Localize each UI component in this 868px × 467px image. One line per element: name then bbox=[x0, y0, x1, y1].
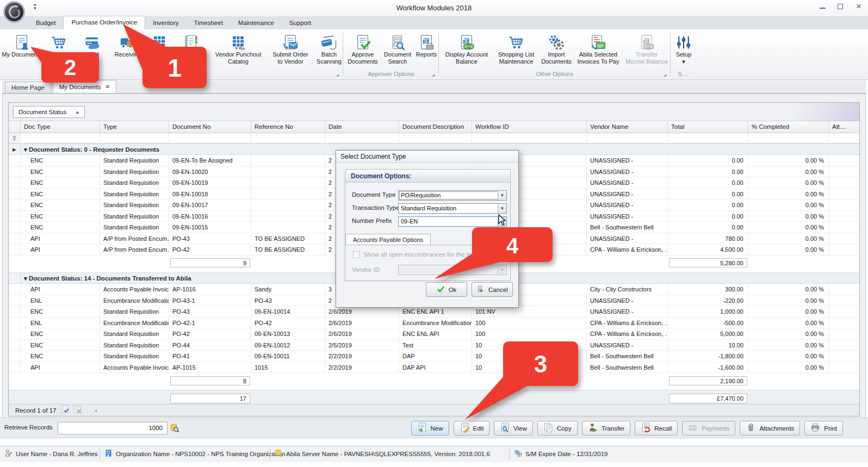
grid-cell: 0.00 % bbox=[748, 244, 829, 256]
filter-cell[interactable] bbox=[169, 133, 251, 144]
grid-cell bbox=[829, 317, 860, 329]
hide-grid-icon[interactable] bbox=[73, 405, 82, 415]
ribbon-tab-support[interactable]: Support bbox=[282, 17, 319, 29]
retrieve-records-input[interactable]: 1000 bbox=[58, 422, 168, 434]
button-label: Payments bbox=[702, 425, 729, 432]
filter-cell[interactable] bbox=[748, 133, 829, 144]
button-label: Recall bbox=[654, 425, 672, 432]
ribbon-button-batch-scanning[interactable]: BatchScanning bbox=[315, 32, 343, 77]
chevron-down-icon[interactable]: ▼ bbox=[498, 191, 506, 200]
print-button[interactable]: Print bbox=[804, 421, 843, 435]
grid-cell: -220.00 bbox=[668, 295, 748, 307]
ok-button[interactable]: Ok bbox=[426, 282, 467, 297]
ribbon-button-label: Document bbox=[384, 51, 411, 58]
attachments-button[interactable]: Attachments bbox=[740, 421, 800, 435]
filter-cell[interactable] bbox=[587, 133, 668, 144]
filter-cell[interactable] bbox=[668, 133, 748, 144]
combo-document-type[interactable]: PO/Requisition▼ bbox=[398, 190, 507, 201]
column-header-document-description[interactable]: Document Description bbox=[399, 121, 472, 133]
grid-cell: UNASSIGNED - bbox=[587, 233, 668, 245]
scroll-left-icon[interactable]: ◂ bbox=[94, 408, 97, 413]
transfer-button[interactable]: Transfer bbox=[582, 421, 630, 435]
group-by-document-status-button[interactable]: Document Status▲ bbox=[13, 106, 85, 118]
ribbon-button-label: Approve bbox=[352, 51, 374, 58]
group-total-box: 5,280.00 bbox=[669, 258, 747, 267]
grid-cell: ENC bbox=[21, 306, 100, 317]
ribbon-button-label: Catalog bbox=[228, 58, 249, 65]
table-row[interactable]: ENCStandard RequisitionPO-4109-EN-100112… bbox=[9, 351, 860, 362]
column-header-date[interactable]: Date bbox=[325, 121, 399, 133]
grid-footer: Record 1 of 17◂ bbox=[9, 404, 859, 416]
maximize-button[interactable] bbox=[838, 4, 843, 9]
grid-cell bbox=[829, 177, 860, 189]
filter-cell[interactable] bbox=[472, 133, 587, 144]
grid-cell: Accounts Payable Invoice bbox=[100, 284, 169, 295]
grid-cell: ENC ENL API 1 bbox=[399, 306, 472, 317]
grid-cell: Bell - Southwestern Bell bbox=[587, 362, 668, 373]
filter-cell[interactable] bbox=[21, 133, 100, 144]
grid-cell: Encumbrance Modification bbox=[100, 295, 169, 307]
grid-cell: UNASSIGNED - bbox=[587, 306, 668, 317]
filter-cell[interactable] bbox=[399, 133, 472, 144]
group-dialog-launcher-icon[interactable]: ◢ bbox=[664, 73, 666, 77]
recall-button[interactable]: Recall bbox=[635, 421, 678, 435]
filter-cell[interactable] bbox=[251, 133, 325, 144]
filter-cell[interactable] bbox=[325, 133, 399, 144]
grid-cell: 0.00 % bbox=[748, 177, 829, 189]
column-header--completed[interactable]: % Completed bbox=[748, 121, 829, 133]
filter-cell[interactable] bbox=[829, 133, 860, 144]
reports-icon bbox=[418, 33, 435, 51]
column-header-total[interactable]: Total bbox=[668, 121, 748, 133]
row-indicator bbox=[9, 200, 21, 211]
filter-row-icon[interactable] bbox=[9, 133, 21, 144]
column-header-att-[interactable]: Att… bbox=[829, 121, 860, 133]
row-indicator bbox=[9, 222, 21, 233]
column-header-workflow-id[interactable]: Workflow ID bbox=[472, 121, 587, 133]
attachments-icon bbox=[746, 422, 756, 434]
column-header-doc-type[interactable]: Doc Type bbox=[21, 121, 100, 133]
tab-accounts-payable-options[interactable]: Accounts Payable Options bbox=[345, 234, 431, 245]
status-text: S/M Expire Date - 12/31/2019 bbox=[525, 451, 608, 457]
close-button[interactable]: ✕ bbox=[855, 2, 863, 10]
table-row[interactable]: ENCStandard RequisitionPO-4309-EN-100142… bbox=[9, 306, 860, 317]
group-dialog-launcher-icon[interactable]: ◢ bbox=[336, 73, 339, 77]
ribbon-tab-maintenance[interactable]: Maintenance bbox=[231, 17, 282, 29]
ribbon-tab-budget[interactable]: Budget bbox=[28, 17, 63, 29]
column-header-reference-no[interactable]: Reference No bbox=[251, 121, 325, 133]
ribbon-button-vendor-punchout-catalog[interactable]: Vendor PunchoutCatalog bbox=[212, 32, 264, 77]
group-dialog-launcher-icon[interactable]: ◢ bbox=[432, 73, 435, 77]
minimize-button[interactable] bbox=[820, 4, 826, 9]
ribbon-button-submit-order-to-vendor[interactable]: Submit Orderto Vendor bbox=[266, 32, 314, 77]
row-indicator bbox=[9, 189, 21, 200]
show-grid-icon[interactable] bbox=[60, 405, 70, 415]
grid-cell: PO-44 bbox=[169, 340, 251, 351]
chevron-down-icon[interactable]: ▼ bbox=[498, 204, 506, 213]
column-header-document-no[interactable]: Document No bbox=[169, 121, 251, 133]
expire-icon bbox=[514, 449, 522, 458]
table-row[interactable] bbox=[9, 133, 860, 144]
table-row[interactable]: Doc TypeTypeDocument NoReference NoDateD… bbox=[9, 121, 860, 133]
grid-cell: UNASSIGNED - bbox=[587, 177, 668, 189]
cancel-button[interactable]: Cancel bbox=[472, 282, 513, 297]
ribbon-button-label: Import bbox=[548, 51, 565, 58]
payments-button[interactable]: Payments bbox=[682, 421, 735, 435]
grid-cell: 10.00 bbox=[668, 340, 748, 351]
table-row[interactable]: APIAccounts Payable InvoiceAP-101510152/… bbox=[9, 362, 860, 373]
combo-transaction-type[interactable]: Standard Requisition▼ bbox=[398, 203, 507, 214]
table-row[interactable]: ENCStandard RequisitionPO-4409-EN-100122… bbox=[9, 340, 860, 351]
dialog-field-label: Document Type bbox=[352, 191, 395, 198]
column-header-vendor-name[interactable]: Vendor Name bbox=[587, 121, 668, 133]
ribbon-group-separator bbox=[438, 32, 439, 77]
grid-cell: Standard Requisition bbox=[100, 340, 169, 351]
row-indicator bbox=[9, 328, 21, 340]
column-header-type[interactable]: Type bbox=[100, 121, 169, 133]
new-button[interactable]: New bbox=[411, 421, 449, 435]
grid-cell: 0.00 bbox=[668, 222, 748, 233]
filter-cell[interactable] bbox=[100, 133, 169, 144]
grid-cell: 5,000.00 bbox=[668, 328, 748, 340]
table-row[interactable]: ENCStandard RequisitionPO-4209-EN-100132… bbox=[9, 328, 860, 340]
table-row[interactable]: ENLEncumbrance ModificationPO-42-1PO-422… bbox=[9, 317, 860, 329]
show-open-encumbrances-checkbox[interactable] bbox=[353, 251, 360, 258]
retrieve-search-icon[interactable] bbox=[170, 423, 179, 435]
grid-cell bbox=[829, 351, 860, 362]
